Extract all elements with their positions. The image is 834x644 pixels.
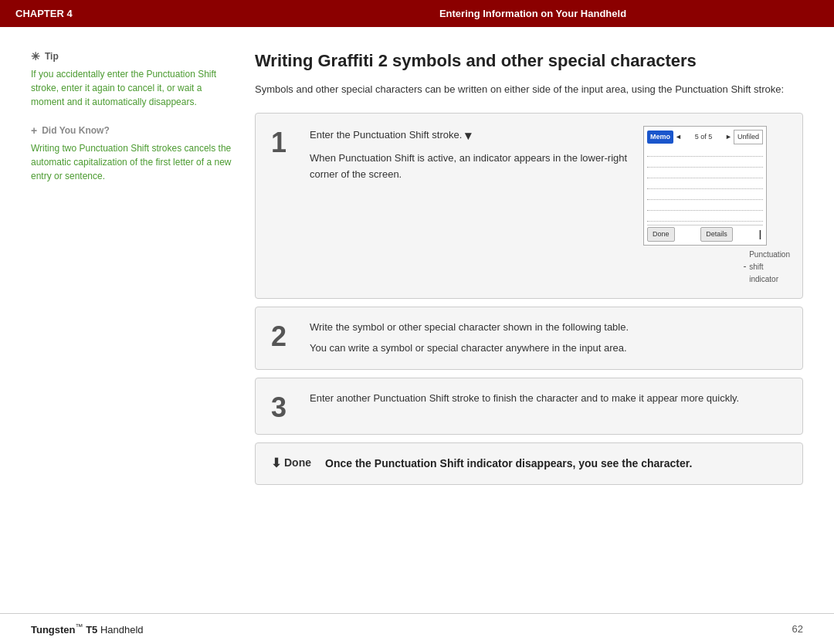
- nav-arrow: ◄: [675, 131, 682, 142]
- done-box: ⬇ Done Once the Punctuation Shift indica…: [255, 442, 803, 485]
- step-1-text2: When Punctuation Shift is active, an ind…: [310, 151, 628, 183]
- done-label-area: ⬇ Done: [271, 456, 325, 470]
- screen-line: [647, 180, 763, 189]
- screen-line: [647, 191, 763, 200]
- done-content-text: Once the Punctuation Shift indicator dis…: [325, 456, 790, 472]
- screen-footer: Done Details |: [647, 225, 763, 242]
- step-3-box: 3 Enter another Punctuation Shift stroke…: [255, 378, 803, 435]
- step-1-text: Enter the Punctuation Shift stroke. ▾ Wh…: [310, 126, 628, 182]
- done-label-text: Done: [284, 456, 311, 469]
- memo-badge: Memo: [647, 130, 673, 143]
- step-1-inner: Enter the Punctuation Shift stroke. ▾ Wh…: [310, 126, 790, 286]
- step-2-box: 2 Write the symbol or other special char…: [255, 307, 803, 370]
- screen-line: [647, 147, 763, 157]
- footer-left: Tungsten™ T5 Handheld: [31, 622, 144, 636]
- unfiled-button[interactable]: Unfiled: [734, 130, 763, 144]
- done-arrow-icon: ⬇: [271, 456, 281, 470]
- chapter-label: CHAPTER 4: [15, 8, 247, 19]
- step-1-box: 1 Enter the Punctuation Shift stroke. ▾ …: [255, 113, 803, 299]
- tip-text: If you accidentally enter the Punctuatio…: [31, 67, 232, 109]
- screen-line: [647, 212, 763, 222]
- device-illustration: Memo ◄ 5 of 5 ► Unfiled: [643, 126, 790, 286]
- tip-label: Tip: [45, 51, 59, 62]
- screen-lines: [647, 147, 763, 222]
- done-btn[interactable]: Done: [647, 227, 675, 241]
- shift-stroke-symbol: ▾: [465, 129, 471, 142]
- nav-arrow-right: ►: [725, 131, 732, 142]
- screen-line: [647, 169, 763, 178]
- step-3-content: Enter another Punctuation Shift stroke t…: [310, 391, 790, 407]
- punctuation-indicator: |: [759, 227, 761, 242]
- step-3-text1: Enter another Punctuation Shift stroke t…: [310, 391, 790, 407]
- tip-star-icon: ✳: [31, 50, 40, 63]
- sidebar: ✳ Tip If you accidentally enter the Punc…: [0, 50, 247, 613]
- page-indicator: 5 of 5: [683, 131, 724, 142]
- page-title: Writing Graffiti 2 symbols and other spe…: [255, 50, 803, 73]
- dyk-plus-icon: +: [31, 124, 37, 137]
- step-1-number: 1: [271, 126, 310, 157]
- step-1-content: Enter the Punctuation Shift stroke. ▾ Wh…: [310, 126, 790, 286]
- content-area: Writing Graffiti 2 symbols and other spe…: [247, 50, 834, 613]
- annotation-label: Punctuation shift indicator: [744, 249, 790, 286]
- step-2-number: 2: [271, 320, 310, 351]
- footer-page-number: 62: [792, 623, 803, 635]
- step-2-text2: You can write a symbol or special charac…: [310, 341, 790, 357]
- step-3-number: 3: [271, 391, 310, 422]
- screen-line: [647, 202, 763, 211]
- dyk-text: Writing two Punctuation Shift strokes ca…: [31, 141, 232, 183]
- annotation-text: Punctuation shift indicator: [749, 249, 790, 286]
- main-content: ✳ Tip If you accidentally enter the Punc…: [0, 27, 834, 613]
- details-btn[interactable]: Details: [700, 227, 733, 241]
- page-footer: Tungsten™ T5 Handheld 62: [0, 613, 834, 644]
- dyk-section: + Did You Know? Writing two Punctuation …: [31, 124, 232, 183]
- screen-header: Memo ◄ 5 of 5 ► Unfiled: [647, 130, 763, 144]
- screen-line: [647, 158, 763, 168]
- dyk-header: + Did You Know?: [31, 124, 232, 137]
- header-title: Entering Information on Your Handheld: [247, 8, 819, 19]
- step-1-text1: Enter the Punctuation Shift stroke. ▾: [310, 126, 628, 146]
- annotation-area: Punctuation shift indicator: [643, 249, 790, 286]
- page-intro: Symbols and other special characters can…: [255, 82, 803, 98]
- tip-section: ✳ Tip If you accidentally enter the Punc…: [31, 50, 232, 109]
- device-screen: Memo ◄ 5 of 5 ► Unfiled: [643, 126, 767, 246]
- step-2-text1: Write the symbol or other special charac…: [310, 320, 790, 336]
- tip-header: ✳ Tip: [31, 50, 232, 63]
- page-header: CHAPTER 4 Entering Information on Your H…: [0, 0, 834, 27]
- dyk-label: Did You Know?: [42, 125, 110, 136]
- step-2-content: Write the symbol or other special charac…: [310, 320, 790, 357]
